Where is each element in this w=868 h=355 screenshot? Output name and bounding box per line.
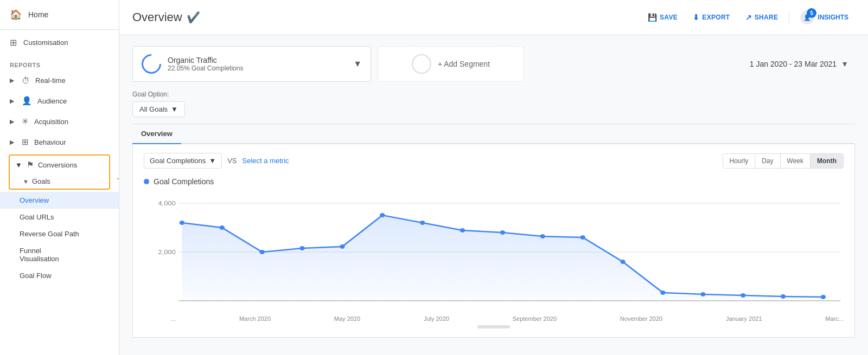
sidebar-item-acquisition[interactable]: ▶ ✳ Acquisition [0, 111, 119, 132]
behaviour-label: Behaviour [34, 138, 66, 146]
svg-text:2,000: 2,000 [158, 249, 176, 256]
toolbar-actions: 💾 SAVE ⬇ EXPORT ↗ SHARE 👤 5 INSIGHTS [641, 7, 855, 28]
scroll-indicator[interactable] [477, 325, 510, 328]
chart-point[interactable] [460, 228, 465, 233]
x-label-march2020: March 2020 [239, 315, 271, 322]
realtime-icon: ⏱ [22, 76, 30, 85]
chart-point[interactable] [420, 221, 425, 225]
expand-arrow-icon: ▶ [10, 139, 14, 146]
toolbar-divider [789, 11, 789, 24]
conversions-label: Conversions [38, 161, 77, 169]
goal-select[interactable]: All Goals ▼ [132, 101, 185, 117]
goal-option-area: Goal Option: All Goals ▼ [132, 91, 855, 117]
chart-point[interactable] [741, 293, 745, 298]
time-btn-day[interactable]: Day [755, 154, 780, 168]
chart-legend: Goal Completions [144, 177, 844, 186]
chart-point[interactable] [220, 225, 225, 230]
chart-point[interactable] [660, 291, 665, 295]
share-label: SHARE [755, 14, 778, 21]
save-button[interactable]: 💾 SAVE [641, 9, 684, 25]
verified-badge-icon: ✔️ [187, 11, 200, 24]
legend-label: Goal Completions [154, 177, 214, 186]
insights-button[interactable]: 👤 5 INSIGHTS [794, 7, 855, 28]
top-toolbar: Overview ✔️ 💾 SAVE ⬇ EXPORT ↗ SHARE 👤 5 [119, 0, 868, 35]
insights-badge: 5 [807, 8, 816, 18]
x-axis-labels: ... March 2020 May 2020 July 2020 Septem… [144, 313, 844, 322]
save-icon: 💾 [648, 13, 657, 22]
share-icon: ↗ [745, 13, 752, 22]
sidebar-subitem-goalurls[interactable]: Goal URLs [0, 209, 119, 225]
chart-point[interactable] [540, 234, 545, 238]
customisation-nav-item[interactable]: ⊞ Customisation [0, 30, 119, 55]
realtime-label: Real-time [35, 76, 66, 85]
sidebar-subitem-overview[interactable]: Overview [0, 192, 119, 209]
content-area: Organic Traffic 22.05% Goal Completions … [119, 35, 868, 348]
chart-point[interactable] [700, 292, 705, 296]
sidebar: 🏠 Home ⊞ Customisation REPORTS ▶ ⏱ Real-… [0, 0, 119, 355]
audience-label: Audience [37, 97, 67, 105]
acquisition-label: Acquisition [34, 118, 68, 126]
chart-point[interactable] [781, 294, 786, 299]
chart-point[interactable] [340, 244, 344, 249]
x-label-start: ... [171, 315, 176, 322]
vs-text: VS [227, 157, 237, 165]
select-metric-link[interactable]: Select a metric [242, 157, 289, 165]
goal-option-label: Goal Option: [132, 91, 855, 98]
sidebar-subitem-funnel[interactable]: FunnelVisualisation [0, 242, 119, 267]
conversions-section: ▼ ⚑ Conversions ▼ Goals [9, 154, 110, 190]
home-icon: 🏠 [10, 9, 22, 21]
chart-point[interactable] [500, 230, 505, 235]
date-range-area: 1 Jan 2020 - 23 Mar 2021 ▼ [743, 55, 855, 73]
sidebar-item-conversions[interactable]: ▼ ⚑ Conversions [10, 156, 109, 174]
tab-overview[interactable]: Overview [132, 124, 181, 144]
sidebar-subitem-goalflow[interactable]: Goal Flow [0, 267, 119, 284]
chart-svg: 4,000 2,000 [144, 192, 844, 312]
conversions-icon: ⚑ [27, 160, 34, 170]
segment-card-organic[interactable]: Organic Traffic 22.05% Goal Completions … [132, 46, 371, 82]
chart-point[interactable] [380, 213, 385, 217]
expand-arrow-icon: ▶ [10, 118, 14, 125]
sidebar-subitem-reversegoalpath[interactable]: Reverse Goal Path [0, 225, 119, 242]
chart-area [182, 215, 823, 301]
time-btn-hourly[interactable]: Hourly [723, 154, 756, 168]
chart-point[interactable] [259, 250, 264, 254]
export-button[interactable]: ⬇ EXPORT [686, 9, 736, 25]
audience-icon: 👤 [22, 96, 32, 106]
chart-point[interactable] [580, 235, 585, 240]
insights-avatar: 👤 5 [800, 10, 814, 24]
chart-point[interactable] [620, 260, 625, 264]
behaviour-icon: ⊞ [22, 137, 29, 147]
sidebar-item-audience[interactable]: ▶ 👤 Audience [0, 91, 119, 111]
svg-text:4,000: 4,000 [158, 200, 176, 207]
add-segment-label: + Add Segment [438, 60, 490, 68]
segment-name: Organic Traffic [168, 56, 347, 64]
x-label-nov2020: November 2020 [620, 315, 662, 322]
metric-select[interactable]: Goal Completions ▼ [144, 153, 222, 169]
x-label-marc: Marc... [825, 315, 844, 322]
sidebar-item-realtime[interactable]: ▶ ⏱ Real-time [0, 70, 119, 91]
insights-label: INSIGHTS [818, 14, 848, 21]
x-label-may2020: May 2020 [334, 315, 360, 322]
segment-desc: 22.05% Goal Completions [168, 64, 347, 72]
chart-point[interactable] [821, 295, 826, 299]
share-button[interactable]: ↗ SHARE [739, 9, 785, 25]
x-label-sep2020: September 2020 [513, 315, 557, 322]
home-nav-item[interactable]: 🏠 Home [0, 0, 119, 30]
sidebar-item-goals[interactable]: ▼ Goals [10, 174, 109, 189]
chart-container: Goal Completions ▼ VS Select a metric Ho… [132, 144, 855, 338]
add-segment-card[interactable]: + Add Segment [378, 46, 524, 82]
sidebar-item-behaviour[interactable]: ▶ ⊞ Behaviour [0, 132, 119, 152]
time-btn-month[interactable]: Month [810, 154, 843, 168]
goal-select-chevron-icon: ▼ [171, 105, 178, 113]
home-label: Home [28, 10, 48, 19]
chart-point[interactable] [180, 221, 184, 225]
segment-empty-circle-icon [412, 54, 431, 74]
metric-select-label: Goal Completions [150, 157, 206, 165]
metric-select-chevron-icon: ▼ [209, 157, 216, 165]
page-title-area: Overview ✔️ [132, 10, 200, 24]
date-range-button[interactable]: 1 Jan 2020 - 23 Mar 2021 ▼ [743, 55, 855, 73]
chart-point[interactable] [299, 246, 304, 250]
expand-arrow-icon: ▶ [10, 98, 14, 105]
time-btn-week[interactable]: Week [781, 154, 810, 168]
tabs-row: Overview [132, 124, 855, 144]
